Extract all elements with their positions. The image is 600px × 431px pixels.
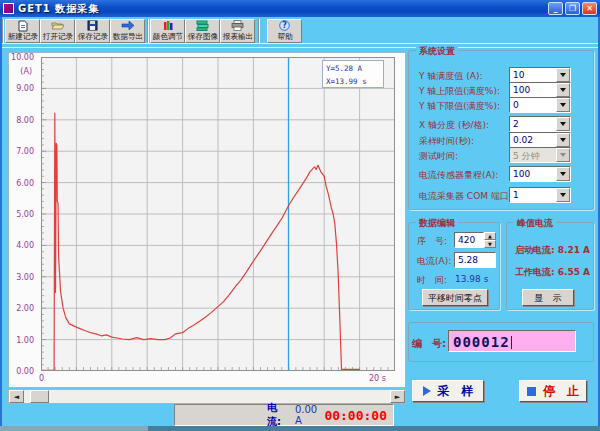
scroll-left-button[interactable]: ◄	[9, 390, 24, 403]
status-panel: 电流: 0.00 A 00:00:00	[174, 404, 394, 426]
chart-hscrollbar[interactable]: ◄ ►	[8, 389, 406, 404]
chart-panel: 10.009.008.007.006.005.004.003.002.001.0…	[8, 52, 406, 388]
settings-row-label: 测试时间:	[419, 150, 458, 163]
current-waveform-chart[interactable]	[41, 57, 395, 371]
stop-button[interactable]: 停 止	[519, 380, 587, 402]
toolbar-bottom-line	[2, 43, 598, 44]
settings-row-combobox: 5 分钟	[509, 147, 571, 163]
time-value: 13.98 s	[455, 274, 488, 284]
toolbar-button-label: 报表输出	[222, 31, 252, 41]
sample-button[interactable]: 采 样	[412, 380, 484, 402]
status-current-value: 0.00 A	[295, 404, 324, 426]
settings-row-label: 采样时间(秒):	[419, 135, 474, 148]
start-current-label: 启动电流:	[515, 245, 555, 255]
y-axis-tick-label: 2.00	[6, 304, 34, 313]
id-input[interactable]: 000012	[448, 330, 576, 352]
toolbar-button-label: 数据导出	[112, 31, 142, 41]
settings-row-combobox[interactable]: 0.02	[509, 132, 571, 148]
restore-button[interactable]: ❐	[565, 2, 580, 15]
toolbar-button-2[interactable]: 打开记录	[40, 19, 75, 43]
settings-row-combobox[interactable]: 100	[509, 166, 571, 182]
y-axis-tick-label: 3.00	[6, 273, 34, 282]
open-record-icon	[51, 20, 64, 31]
chevron-down-icon[interactable]	[556, 133, 570, 147]
window-title: GET1 数据采集	[18, 2, 546, 16]
seq-label: 序 号:	[417, 235, 447, 248]
y-axis-tick-label: 9.00	[6, 84, 34, 93]
chevron-down-icon[interactable]	[556, 167, 570, 181]
settings-row-combobox[interactable]: 2	[509, 116, 571, 132]
toolbar-separator	[147, 19, 149, 43]
settings-row-label: X 轴分度 (秒/格):	[419, 119, 489, 132]
combobox-value: 5 分钟	[510, 148, 556, 162]
new-record-icon	[17, 20, 29, 31]
toolbar-button-label: 帮助	[277, 31, 292, 41]
combobox-value: 1	[510, 188, 556, 202]
combobox-value: 100	[510, 167, 556, 181]
settings-row-combobox[interactable]: 100	[509, 82, 571, 98]
id-value: 000012	[453, 334, 510, 350]
chevron-down-icon[interactable]	[556, 68, 570, 82]
spinner-up-icon[interactable]: ▲	[484, 232, 496, 240]
settings-row-combobox[interactable]: 1	[509, 187, 571, 203]
help-icon: ?	[279, 20, 290, 31]
chevron-down-icon[interactable]	[556, 188, 570, 202]
seq-input[interactable]: 420	[454, 232, 484, 248]
y-axis-tick-label: 6.00	[6, 179, 34, 188]
app-window: GET1 数据采集 _ ❐ ✕ 新建记录打开记录保存记录数据导出颜色调节保存图像…	[0, 0, 600, 431]
chart-plot-area[interactable]: Y=5.28 A X=13.99 s	[41, 57, 395, 371]
export-data-icon	[121, 20, 135, 31]
start-current-value: 8.21 A	[558, 245, 590, 255]
work-current-value: 6.55 A	[558, 267, 590, 277]
current-input[interactable]: 5.28	[454, 252, 496, 268]
shift-time-zero-button[interactable]: 平移时间零点	[422, 289, 488, 306]
scroll-thumb[interactable]	[30, 390, 49, 403]
play-icon	[423, 386, 431, 396]
toolbar-button-1[interactable]: 新建记录	[5, 19, 40, 43]
close-button[interactable]: ✕	[582, 2, 597, 15]
chevron-down-icon	[556, 148, 570, 162]
work-current-line: 工作电流: 6.55 A	[515, 266, 590, 279]
y-axis-tick-label: 8.00	[6, 116, 34, 125]
toolbar-button-3[interactable]: 保存记录	[75, 19, 110, 43]
peak-current-title: 峰值电流	[514, 217, 556, 230]
chevron-down-icon[interactable]	[556, 117, 570, 131]
toolbar-button-5[interactable]: 颜色调节	[150, 19, 185, 43]
data-edit-title: 数据编辑	[416, 217, 458, 230]
system-settings-groupbox: 系统设置 Y 轴满度值 (A):10Y 轴上限值(满度%):100Y 轴下限值(…	[408, 50, 594, 210]
seq-spinner[interactable]: ▲ ▼	[484, 232, 496, 248]
peak-current-groupbox: 峰值电流 启动电流: 8.21 A 工作电流: 6.55 A 显 示	[506, 222, 594, 310]
settings-row-combobox[interactable]: 0	[509, 97, 571, 113]
show-button[interactable]: 显 示	[522, 289, 574, 306]
settings-row-label: Y 轴下限值(满度%):	[419, 100, 500, 113]
window-bottom-edge-segment	[0, 426, 148, 431]
combobox-value: 0	[510, 98, 556, 112]
toolbar-button-label: 颜色调节	[152, 31, 182, 41]
data-edit-groupbox: 数据编辑 序 号: 420 ▲ ▼ 电流(A): 5.28 时 间: 13.98…	[408, 222, 500, 310]
toolbar-button-label: 保存图像	[187, 31, 217, 41]
y-axis-tick-label: 10.00	[6, 53, 34, 62]
toolbar-button-label: 新建记录	[7, 31, 37, 41]
start-current-line: 启动电流: 8.21 A	[515, 244, 590, 257]
combobox-value: 0.02	[510, 133, 556, 147]
toolbar-button-8[interactable]: ?帮助	[267, 19, 302, 43]
svg-text:?: ?	[282, 21, 287, 30]
title-bar: GET1 数据采集 _ ❐ ✕	[0, 0, 600, 17]
combobox-value: 2	[510, 117, 556, 131]
toolbar-bottom-line	[2, 47, 598, 48]
chevron-down-icon[interactable]	[556, 98, 570, 112]
toolbar-button-7[interactable]: 报表输出	[220, 19, 255, 43]
scroll-right-button[interactable]: ►	[390, 390, 405, 403]
spinner-down-icon[interactable]: ▼	[484, 240, 496, 248]
chevron-down-icon[interactable]	[556, 83, 570, 97]
settings-row-label: 电流传感器量程(A):	[419, 169, 498, 182]
toolbar-button-4[interactable]: 数据导出	[110, 19, 145, 43]
y-axis-unit: (A)	[6, 67, 32, 76]
toolbar-button-6[interactable]: 保存图像	[185, 19, 220, 43]
toolbar: 新建记录打开记录保存记录数据导出颜色调节保存图像报表输出?帮助	[2, 17, 598, 45]
settings-row-combobox[interactable]: 10	[509, 67, 571, 83]
toolbar-button-label: 保存记录	[77, 31, 107, 41]
id-label: 编 号:	[412, 337, 446, 351]
minimize-button[interactable]: _	[548, 2, 563, 15]
cursor-y-readout: Y=5.28 A	[326, 62, 380, 75]
